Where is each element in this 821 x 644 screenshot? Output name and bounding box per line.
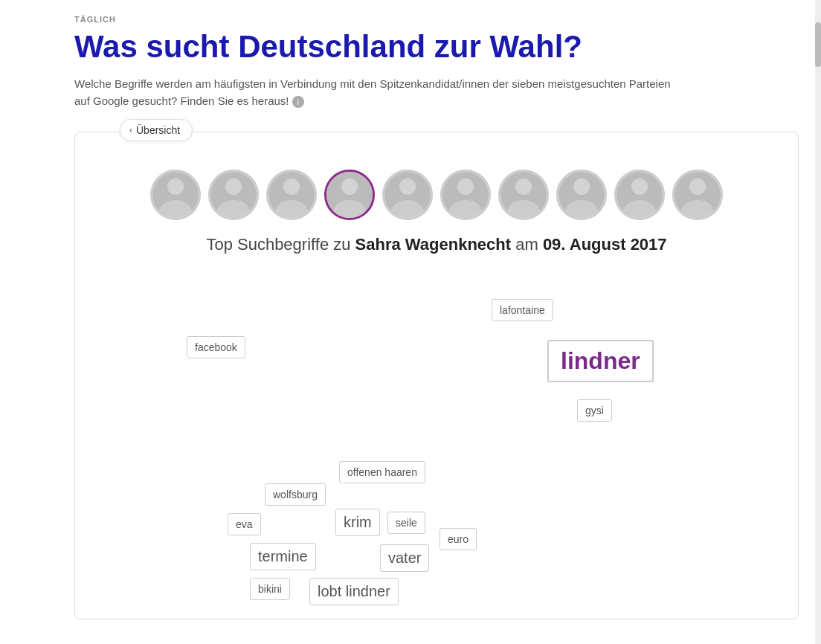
svg-point-12 [515,178,532,195]
word-tag-lindner[interactable]: lindner [547,340,654,382]
word-tag-lafontaine[interactable]: lafontaine [492,299,553,321]
word-tag-wolfsburg[interactable]: wolfsburg [265,483,326,506]
svg-point-15 [565,200,598,218]
candidate-avatar-seehofer[interactable] [266,170,317,220]
candidate-avatar-özdemir[interactable] [382,170,433,220]
svg-point-2 [225,178,242,195]
candidate-avatar-wagenknecht[interactable] [324,170,375,220]
content-box: ‹ Übersicht [74,132,799,619]
scrollbar-track[interactable] [815,0,821,644]
svg-point-6 [341,178,358,195]
candidates-row [90,170,783,220]
svg-point-8 [399,178,416,195]
candidate-avatar-lindner2[interactable] [614,170,665,220]
word-tag-lobt-lindner[interactable]: lobt lindner [309,578,399,605]
svg-point-9 [391,200,424,218]
word-tag-seile[interactable]: seile [387,512,425,534]
svg-point-3 [217,200,250,218]
svg-point-4 [283,178,300,195]
svg-point-1 [159,200,192,218]
word-cloud-area: lafontainefacebooklindnergysioffenen haa… [90,277,783,596]
svg-point-16 [631,178,648,195]
word-tag-vater[interactable]: vater [380,544,429,572]
chevron-left-icon: ‹ [129,125,132,135]
candidate-avatar-unknown2[interactable] [672,170,723,220]
word-tag-euro[interactable]: euro [440,528,477,550]
word-tag-krim[interactable]: krim [335,509,380,536]
svg-point-19 [681,200,714,218]
word-tag-gysi[interactable]: gysi [577,399,612,422]
svg-point-0 [167,178,184,195]
word-tag-bikini[interactable]: bikini [250,578,290,600]
svg-point-10 [457,178,474,195]
svg-point-7 [333,200,366,218]
candidate-avatar-petry[interactable] [556,170,607,220]
word-tag-offenen-haaren[interactable]: offenen haaren [339,461,425,483]
candidate-avatar-nahles[interactable] [440,170,491,220]
svg-point-17 [623,200,656,218]
word-tag-termine[interactable]: termine [250,543,316,570]
svg-point-5 [275,200,308,218]
svg-point-14 [573,178,590,195]
word-tag-facebook[interactable]: facebook [187,336,245,358]
candidate-avatar-schulz[interactable] [208,170,259,220]
info-icon[interactable]: i [292,96,304,108]
scrollbar-thumb[interactable] [815,22,821,67]
svg-point-11 [449,200,482,218]
word-tag-eva[interactable]: eva [228,513,261,535]
heading-line: Top Suchbegriffe zu Sahra Wagenknecht am… [90,235,783,254]
section-label: TÄGLICH [74,15,799,24]
candidate-avatar-unknown1[interactable] [498,170,549,220]
subtitle: Welche Begriffe werden am häufigsten in … [74,76,684,109]
candidate-avatar-merkel[interactable] [150,170,201,220]
svg-point-13 [507,200,540,218]
back-button[interactable]: ‹ Übersicht [120,119,193,141]
svg-point-18 [689,178,706,195]
main-title: Was sucht Deutschland zur Wahl? [74,30,799,64]
page-wrapper: TÄGLICH Was sucht Deutschland zur Wahl? … [0,0,821,644]
